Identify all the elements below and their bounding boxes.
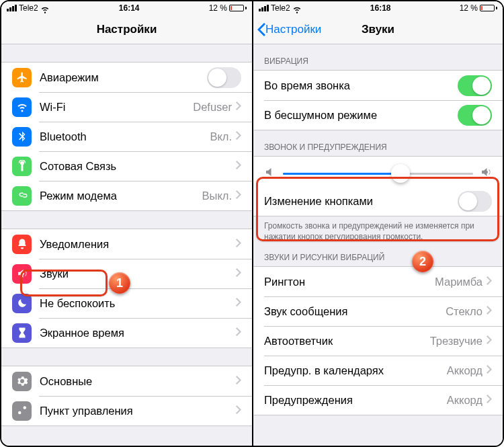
bell-icon <box>12 235 32 254</box>
row-label: Автоответчик <box>264 335 430 348</box>
chevron-right-icon <box>236 130 241 143</box>
chevron-right-icon <box>236 238 241 250</box>
link-icon <box>12 186 32 206</box>
row-label: Во время звонка <box>264 79 458 92</box>
page-title: Настройки <box>97 23 157 36</box>
row-detail: Аккорд <box>447 394 482 407</box>
section-header-ringer: ЗВОНОК И ПРЕДУПРЕЖДЕНИЯ <box>253 130 503 156</box>
chevron-right-icon <box>487 305 492 317</box>
phone-sounds: Tele2 16:18 12 % Настройки Звуки ВИБРАЦИ… <box>252 1 503 446</box>
row-label: Звук сообщения <box>264 305 446 318</box>
row-label: Предупреждения <box>264 394 447 407</box>
section-footer-ringer: Громкость звонка и предупреждений не изм… <box>253 216 503 249</box>
back-button[interactable]: Настройки <box>257 23 321 36</box>
chevron-right-icon <box>487 276 492 288</box>
row-detail: Трезвучие <box>430 335 482 348</box>
row-volume-slider[interactable] <box>253 157 503 186</box>
row-label: Звуки <box>40 268 236 280</box>
battery-percent: 12 % <box>460 3 478 13</box>
battery-percent: 12 % <box>209 3 227 13</box>
moon-icon <box>12 294 32 313</box>
row-voicemail[interactable]: Автоответчик Трезвучие <box>253 326 503 356</box>
row-detail: Defuser <box>193 101 232 114</box>
row-wifi[interactable]: Wi-Fi Defuser <box>1 92 252 122</box>
chevron-right-icon <box>236 160 241 172</box>
chevron-right-icon <box>236 297 241 309</box>
carrier-label: Tele2 <box>19 3 38 13</box>
row-text-tone[interactable]: Звук сообщения Стекло <box>253 296 503 326</box>
wifi-icon <box>292 5 302 11</box>
bluetooth-icon <box>12 127 32 147</box>
row-label: Уведомления <box>40 238 236 251</box>
row-airplane-mode[interactable]: Авиарежим <box>1 63 252 92</box>
toggle-vibrate-silent[interactable] <box>458 105 492 126</box>
phone-settings-main: Tele2 16:14 12 % Настройки Авиарежим Wi-… <box>1 1 252 446</box>
nav-bar: Настройки <box>1 15 252 44</box>
clock: 16:14 <box>119 3 140 13</box>
row-label: Основные <box>40 375 236 388</box>
chevron-right-icon <box>236 190 241 202</box>
row-ringtone[interactable]: Рингтон Маримба <box>253 267 503 296</box>
row-vibrate-on-silent[interactable]: В бесшумном режиме <box>253 100 503 130</box>
row-hotspot[interactable]: Режим модема Выкл. <box>1 181 252 210</box>
chevron-right-icon <box>236 375 241 387</box>
row-dnd[interactable]: Не беспокоить <box>1 288 252 318</box>
step-badge-2: 2 <box>412 251 433 272</box>
back-label: Настройки <box>265 23 321 36</box>
clock: 16:18 <box>370 3 391 13</box>
volume-low-icon <box>264 166 276 181</box>
chevron-right-icon <box>236 268 241 280</box>
row-control-center[interactable]: Пункт управления <box>1 396 252 425</box>
row-notifications[interactable]: Уведомления <box>1 229 252 259</box>
row-cellular[interactable]: Сотовая Связь <box>1 151 252 181</box>
row-vibrate-on-ring[interactable]: Во время звонка <box>253 71 503 100</box>
row-detail: Выкл. <box>202 190 232 202</box>
volume-high-icon <box>480 166 492 181</box>
row-label: Авиарежим <box>40 71 207 84</box>
hourglass-icon <box>12 323 32 343</box>
speaker-icon <box>12 264 32 284</box>
row-detail: Стекло <box>446 305 482 318</box>
row-label: Режим модема <box>40 190 202 202</box>
row-detail: Вкл. <box>210 130 232 143</box>
toggle-airplane[interactable] <box>207 67 241 88</box>
airplane-icon <box>12 68 32 87</box>
row-detail: Аккорд <box>447 364 482 377</box>
wifi-icon <box>40 5 50 11</box>
row-calendar-alerts[interactable]: Предупр. в календарях Аккорд <box>253 356 503 385</box>
signal-icon <box>7 5 17 11</box>
row-label: Предупр. в календарях <box>264 364 447 377</box>
signal-icon <box>259 5 269 11</box>
chevron-right-icon <box>487 364 492 376</box>
section-header-sounds: ЗВУКИ И РИСУНКИ ВИБРАЦИЙ <box>253 249 503 266</box>
row-label: Wi-Fi <box>40 101 193 114</box>
page-title: Звуки <box>362 23 394 36</box>
antenna-icon <box>12 157 32 176</box>
row-label: Рингтон <box>264 276 435 288</box>
battery-icon <box>480 5 497 11</box>
toggle-vibrate-ring[interactable] <box>458 75 492 96</box>
chevron-right-icon <box>236 101 241 113</box>
row-change-with-buttons[interactable]: Изменение кнопками <box>253 186 503 216</box>
switches-icon <box>12 401 32 421</box>
section-header-vibration: ВИБРАЦИЯ <box>253 44 503 70</box>
row-detail: Маримба <box>435 276 482 288</box>
chevron-right-icon <box>236 327 241 339</box>
row-screentime[interactable]: Экранное время <box>1 318 252 348</box>
nav-bar: Настройки Звуки <box>253 15 503 44</box>
row-reminder-alerts[interactable]: Предупреждения Аккорд <box>253 385 503 415</box>
wifi-icon <box>12 97 32 117</box>
chevron-right-icon <box>487 394 492 406</box>
row-label: Не беспокоить <box>40 297 236 310</box>
battery-icon <box>229 5 247 11</box>
row-bluetooth[interactable]: Bluetooth Вкл. <box>1 122 252 151</box>
chevron-right-icon <box>236 405 241 417</box>
toggle-change-buttons[interactable] <box>458 191 492 212</box>
row-label: Bluetooth <box>40 130 210 143</box>
row-general[interactable]: Основные <box>1 366 252 396</box>
row-label: Экранное время <box>40 327 236 339</box>
carrier-label: Tele2 <box>271 3 290 13</box>
volume-slider[interactable] <box>283 164 473 183</box>
gear-icon <box>12 372 32 391</box>
chevron-right-icon <box>487 335 492 347</box>
